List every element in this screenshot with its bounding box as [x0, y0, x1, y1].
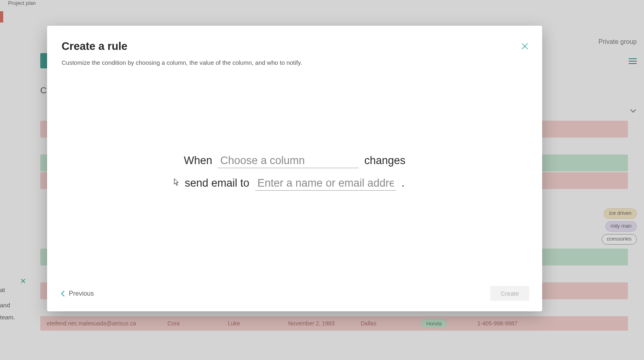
create-rule-modal: Create a rule Customize the condition by… [47, 26, 542, 311]
when-label: When [184, 154, 213, 167]
recipient-input[interactable] [255, 177, 396, 191]
previous-button[interactable]: Previous [60, 290, 94, 297]
modal-overlay: Create a rule Customize the condition by… [0, 0, 644, 360]
previous-label: Previous [69, 290, 94, 297]
create-button[interactable]: Create [490, 286, 529, 301]
choose-column-input[interactable] [218, 154, 359, 168]
chevron-left-icon [60, 290, 66, 297]
send-email-label: send email to [185, 177, 250, 189]
changes-label: changes [364, 154, 405, 167]
close-icon [521, 43, 528, 50]
period: . [402, 177, 405, 189]
rule-action-line: send email to . [185, 177, 405, 191]
modal-subtitle: Customize the condition by choosing a co… [62, 59, 528, 66]
rule-condition-line: When changes [184, 154, 406, 168]
close-button[interactable] [519, 40, 531, 52]
modal-title: Create a rule [62, 40, 528, 53]
